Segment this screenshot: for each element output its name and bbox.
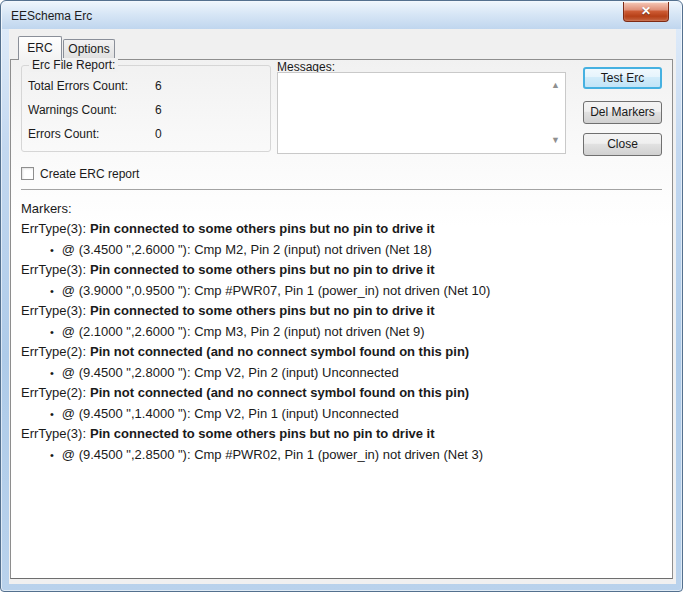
- dialog-client-area: ERC Options Erc File Report: Total Error…: [9, 29, 676, 584]
- marker-error-type-line: ErrType(3):Pin connected to some others …: [21, 301, 664, 322]
- marker-detail-text: @ (9.4500 ",2.8000 "): Cmp V2, Pin 2 (in…: [62, 365, 399, 380]
- close-window-button[interactable]: ✕: [623, 2, 669, 22]
- marker-detail-text: @ (9.4500 ",1.4000 "): Cmp V2, Pin 1 (in…: [62, 406, 399, 421]
- marker-detail-line[interactable]: •@ (3.4500 ",2.6000 "): Cmp M2, Pin 2 (i…: [21, 240, 664, 261]
- marker-item[interactable]: ErrType(3):Pin connected to some others …: [21, 219, 664, 260]
- report-row-warnings: Warnings Count: 6: [28, 103, 264, 118]
- marker-detail-text: @ (9.4500 ",2.8500 "): Cmp #PWR02, Pin 1…: [62, 447, 483, 462]
- close-button[interactable]: Close: [583, 133, 662, 156]
- marker-error-type-line: ErrType(3):Pin connected to some others …: [21, 424, 664, 445]
- scroll-down-icon[interactable]: ▼: [551, 136, 560, 145]
- marker-item[interactable]: ErrType(3):Pin connected to some others …: [21, 424, 664, 465]
- marker-err-type: ErrType(3):: [21, 426, 86, 441]
- markers-report-panel[interactable]: Markers: ErrType(3):Pin connected to som…: [21, 198, 664, 465]
- marker-detail-line[interactable]: •@ (9.4500 ",1.4000 "): Cmp V2, Pin 1 (i…: [21, 404, 664, 425]
- erc-file-report-group: Erc File Report: Total Errors Count: 6 W…: [21, 65, 271, 152]
- marker-err-title: Pin connected to some others pins but no…: [90, 221, 435, 236]
- titlebar[interactable]: EESchema Erc ✕: [2, 2, 681, 29]
- bullet-icon: •: [50, 367, 54, 379]
- tab-erc[interactable]: ERC: [18, 36, 62, 60]
- group-title: Erc File Report:: [29, 58, 118, 72]
- total-errors-value: 6: [155, 79, 162, 93]
- marker-item[interactable]: ErrType(2):Pin not connected (and no con…: [21, 383, 664, 424]
- marker-error-type-line: ErrType(2):Pin not connected (and no con…: [21, 383, 664, 404]
- marker-error-type-line: ErrType(3):Pin connected to some others …: [21, 219, 664, 240]
- marker-err-title: Pin not connected (and no connect symbol…: [90, 385, 469, 400]
- marker-detail-line[interactable]: •@ (2.1000 ",2.6000 "): Cmp M3, Pin 2 (i…: [21, 322, 664, 343]
- marker-error-type-line: ErrType(3):Pin connected to some others …: [21, 260, 664, 281]
- create-erc-report-checkbox[interactable]: [21, 167, 34, 180]
- marker-item[interactable]: ErrType(3):Pin connected to some others …: [21, 301, 664, 342]
- marker-detail-line[interactable]: •@ (9.4500 ",2.8000 "): Cmp V2, Pin 2 (i…: [21, 363, 664, 384]
- marker-detail-text: @ (3.9000 ",0.9500 "): Cmp #PWR07, Pin 1…: [62, 283, 491, 298]
- bullet-icon: •: [50, 244, 54, 256]
- marker-err-type: ErrType(3):: [21, 262, 86, 277]
- erc-dialog-window: EESchema Erc ✕ ERC Options Erc File Repo…: [0, 0, 683, 592]
- marker-err-type: ErrType(3):: [21, 221, 86, 236]
- marker-err-title: Pin connected to some others pins but no…: [90, 303, 435, 318]
- marker-item[interactable]: ErrType(2):Pin not connected (and no con…: [21, 342, 664, 383]
- bullet-icon: •: [50, 449, 54, 461]
- report-row-total-errors: Total Errors Count: 6: [28, 79, 264, 94]
- scroll-up-icon[interactable]: ▲: [551, 81, 560, 90]
- marker-detail-line[interactable]: •@ (3.9000 ",0.9500 "): Cmp #PWR07, Pin …: [21, 281, 664, 302]
- warnings-label: Warnings Count:: [28, 103, 117, 117]
- warnings-value: 6: [155, 103, 162, 117]
- marker-error-type-line: ErrType(2):Pin not connected (and no con…: [21, 342, 664, 363]
- total-errors-label: Total Errors Count:: [28, 79, 128, 93]
- test-erc-button[interactable]: Test Erc: [583, 67, 662, 89]
- tab-options[interactable]: Options: [63, 39, 115, 60]
- marker-err-type: ErrType(2):: [21, 344, 86, 359]
- marker-err-title: Pin connected to some others pins but no…: [90, 262, 435, 277]
- marker-err-title: Pin connected to some others pins but no…: [90, 426, 435, 441]
- separator-line: [21, 189, 662, 190]
- marker-err-type: ErrType(2):: [21, 385, 86, 400]
- errors-label: Errors Count:: [28, 127, 99, 141]
- marker-err-title: Pin not connected (and no connect symbol…: [90, 344, 469, 359]
- markers-label: Markers:: [21, 198, 664, 219]
- close-icon: ✕: [641, 4, 651, 18]
- marker-detail-text: @ (3.4500 ",2.6000 "): Cmp M2, Pin 2 (in…: [62, 242, 432, 257]
- bullet-icon: •: [50, 326, 54, 338]
- bullet-icon: •: [50, 408, 54, 420]
- bullet-icon: •: [50, 285, 54, 297]
- marker-err-type: ErrType(3):: [21, 303, 86, 318]
- markers-list: ErrType(3):Pin connected to some others …: [21, 219, 664, 465]
- errors-value: 0: [155, 127, 162, 141]
- marker-item[interactable]: ErrType(3):Pin connected to some others …: [21, 260, 664, 301]
- create-erc-report-label: Create ERC report: [40, 167, 139, 181]
- erc-tab-page: Erc File Report: Total Errors Count: 6 W…: [10, 59, 673, 579]
- window-title: EESchema Erc: [11, 9, 92, 23]
- report-row-errors: Errors Count: 0: [28, 127, 264, 142]
- del-markers-button[interactable]: Del Markers: [583, 101, 662, 124]
- messages-textarea[interactable]: ▲ ▼: [277, 72, 566, 154]
- marker-detail-text: @ (2.1000 ",2.6000 "): Cmp M3, Pin 2 (in…: [62, 324, 425, 339]
- marker-detail-line[interactable]: •@ (9.4500 ",2.8500 "): Cmp #PWR02, Pin …: [21, 445, 664, 466]
